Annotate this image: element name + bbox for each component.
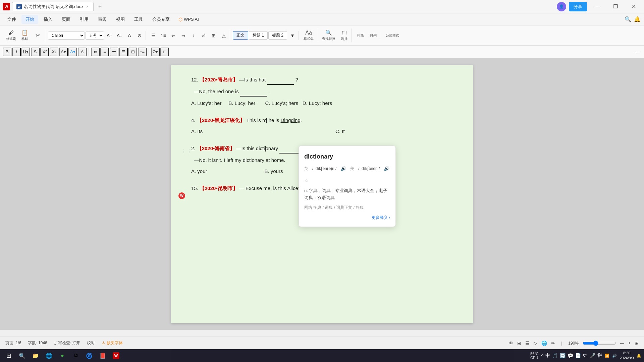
- style-heading2[interactable]: 标题 2: [268, 31, 287, 40]
- format-brush-btn[interactable]: 🖌 格式刷: [4, 29, 18, 42]
- wechat-icon[interactable]: 💬: [568, 353, 573, 358]
- menu-page[interactable]: 页面: [58, 15, 74, 24]
- font-color-btn[interactable]: A▾: [59, 48, 68, 56]
- select-btn[interactable]: ⬚ 选择: [338, 28, 350, 42]
- missing-font-warning[interactable]: ⚠ 缺失字体: [102, 340, 122, 346]
- cut-btn[interactable]: ✂: [32, 31, 44, 40]
- zoom-minus-btn[interactable]: —: [620, 341, 624, 346]
- paste-btn[interactable]: 📋 粘贴: [19, 28, 31, 42]
- menu-review[interactable]: 审阅: [94, 15, 111, 24]
- underline-btn[interactable]: U▾: [21, 48, 30, 56]
- pen-icon[interactable]: ✏: [551, 341, 555, 346]
- menu-start[interactable]: 开始: [21, 15, 38, 24]
- bullet-list-btn[interactable]: ☰: [149, 31, 158, 40]
- taskbar-dict-btn[interactable]: 📕: [97, 350, 109, 362]
- borders-btn[interactable]: ⊞: [209, 31, 218, 40]
- strikethrough-btn[interactable]: S̶: [31, 48, 40, 56]
- play-en-btn[interactable]: 🔊: [340, 165, 346, 173]
- special-chars-btn[interactable]: Ω▾: [151, 48, 160, 56]
- line-spacing-btn[interactable]: ↕≡: [138, 48, 147, 56]
- taskbar-file-btn[interactable]: 📁: [30, 350, 42, 362]
- paragraph-spacing-btn[interactable]: ↕: [189, 31, 198, 40]
- view-grid-icon[interactable]: ⊞: [517, 341, 521, 346]
- notification-center-btn[interactable]: 🔔: [637, 354, 641, 358]
- decrease-indent-btn[interactable]: ⇐: [169, 31, 178, 40]
- web-icon[interactable]: 🌐: [541, 341, 547, 346]
- expand-icon[interactable]: ⊞: [635, 341, 639, 346]
- font-grow-btn[interactable]: A↑: [105, 31, 114, 40]
- style-heading1[interactable]: 标题 1: [249, 31, 268, 40]
- arrange-btn[interactable]: 排列: [367, 32, 379, 39]
- restore-button[interactable]: ❐: [608, 0, 623, 13]
- layout-btn[interactable]: 排版: [355, 32, 367, 39]
- search-icon[interactable]: 🔍: [625, 16, 631, 22]
- taskbar-browser-btn[interactable]: 🌐: [43, 350, 55, 362]
- new-tab-btn[interactable]: +: [96, 3, 105, 10]
- shape-btn[interactable]: □: [160, 48, 169, 56]
- drag-handle[interactable]: ⋮⋮: [181, 146, 192, 156]
- menu-file[interactable]: 文件: [3, 15, 20, 24]
- dict-star-btn[interactable]: ☆: [304, 176, 390, 186]
- volume-icon[interactable]: 🔊: [612, 354, 617, 358]
- expand-tray-btn[interactable]: ^: [541, 353, 544, 358]
- char-shading-btn[interactable]: A: [78, 48, 87, 56]
- menu-view[interactable]: 视图: [112, 15, 129, 24]
- close-button[interactable]: ✕: [626, 0, 641, 13]
- align-right-btn[interactable]: ⮕: [110, 48, 118, 56]
- dict-more-btn[interactable]: 更多释义 ›: [304, 214, 390, 222]
- align-justify-btn[interactable]: ☰: [119, 48, 128, 56]
- style-panel-btn[interactable]: Aa 样式集: [302, 29, 316, 42]
- menu-insert[interactable]: 插入: [40, 15, 56, 24]
- font-style-btn[interactable]: A: [125, 31, 134, 40]
- ime-py-label[interactable]: 拼: [597, 353, 602, 359]
- clock[interactable]: 8:20 2024/9/3: [620, 351, 634, 361]
- taskbar-monitor-btn[interactable]: 🖥: [70, 350, 82, 362]
- start-button[interactable]: ⊞: [3, 350, 15, 362]
- spell-check[interactable]: 拼写检查: 打开: [54, 340, 80, 346]
- menu-reference[interactable]: 引用: [76, 15, 93, 24]
- highlight-btn[interactable]: A▾: [68, 48, 77, 56]
- taskbar-edge-btn[interactable]: 🌀: [83, 350, 95, 362]
- superscript-btn[interactable]: X²: [40, 48, 49, 56]
- menu-tools[interactable]: 工具: [130, 15, 147, 24]
- minimize-button[interactable]: —: [590, 0, 605, 13]
- wifi-icon[interactable]: 📶: [605, 354, 609, 358]
- doc-tab[interactable]: W 名词性物主代词 后无名词.docx ×: [12, 2, 94, 11]
- italic-btn[interactable]: I: [12, 48, 21, 56]
- clear-format-btn[interactable]: ⊘: [135, 31, 144, 40]
- shading-btn[interactable]: △: [219, 31, 228, 40]
- style-expand-btn[interactable]: ▼: [288, 31, 297, 40]
- taskbar-search-btn[interactable]: 🔍: [16, 350, 28, 362]
- play-us-btn[interactable]: 🔊: [384, 165, 389, 173]
- taskbar-wps-btn[interactable]: W: [110, 350, 122, 362]
- user-avatar[interactable]: 👤: [557, 2, 566, 11]
- notification-icon[interactable]: 🔔: [634, 16, 641, 22]
- zoom-plus-btn[interactable]: +: [628, 341, 631, 346]
- find-replace-btn[interactable]: 🔍 查找替换: [320, 28, 337, 42]
- view-list-icon[interactable]: ☰: [525, 341, 530, 346]
- menu-ai[interactable]: ⬡ WPS AI: [175, 15, 202, 23]
- increase-indent-btn[interactable]: ⇒: [179, 31, 188, 40]
- wps-tray-icon[interactable]: 📄: [575, 353, 581, 358]
- zoom-slider[interactable]: [583, 341, 616, 346]
- taskbar-green-app[interactable]: ●: [56, 350, 68, 362]
- mic-icon[interactable]: 🎤: [590, 353, 595, 358]
- subscript-btn[interactable]: X₂: [50, 48, 58, 56]
- align-center-btn[interactable]: ≡: [100, 48, 109, 56]
- align-left-btn[interactable]: ⬅: [91, 48, 100, 56]
- menu-vip[interactable]: 会员专享: [148, 15, 174, 24]
- sync-icon[interactable]: 🔄: [560, 353, 566, 358]
- ime-cn-icon[interactable]: 中: [545, 353, 550, 359]
- proofing-label[interactable]: 校对: [87, 340, 95, 346]
- play-icon[interactable]: ▷: [534, 341, 537, 346]
- view-normal-icon[interactable]: 👁: [508, 341, 513, 346]
- tab-close-btn[interactable]: ×: [86, 4, 89, 9]
- style-normal[interactable]: 正文: [233, 31, 248, 40]
- column-layout-btn[interactable]: ⊞: [128, 48, 137, 56]
- font-name-selector[interactable]: Calibri: [48, 32, 85, 40]
- tiktok-icon[interactable]: 🎵: [552, 353, 558, 358]
- line-break-btn[interactable]: ⏎: [199, 31, 208, 40]
- bold-btn[interactable]: B: [3, 48, 11, 56]
- font-shrink-btn[interactable]: A↓: [115, 31, 124, 40]
- numbered-list-btn[interactable]: 1≡: [159, 31, 168, 40]
